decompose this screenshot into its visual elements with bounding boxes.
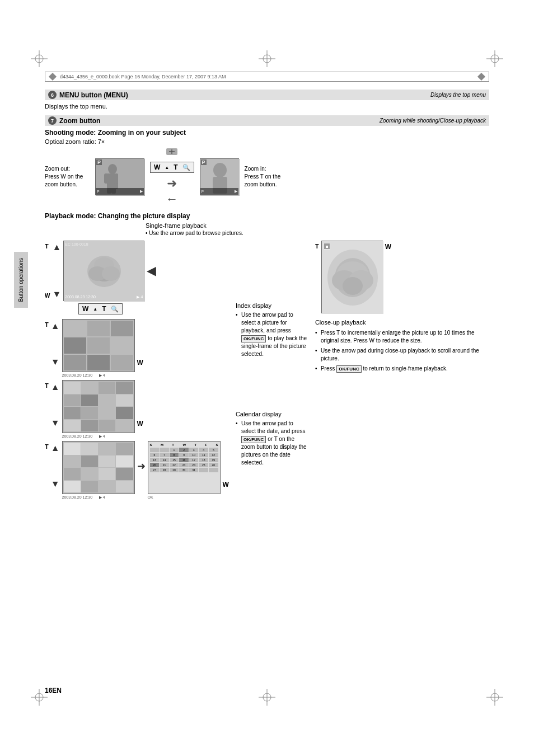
zoom-diagram: Zoom out:Press W on the zoom button. [45,148,489,205]
calendar-image: SMTWTFS 12345 6789101112 13141516171819 … [148,441,221,494]
menu-section: 6 MENU button (MENU) Displays the top me… [45,90,489,110]
main-rose-image: EC 100-0018 2003.08.23 12:30 ▶ 4 [63,241,144,301]
menu-title: MENU button (MENU) [59,91,128,99]
single-frame-label: Single-frame playback [146,222,489,229]
playback-title: Playback mode: Changing the picture disp… [45,212,489,220]
page-number: 16EN [45,687,62,694]
ok-func-button-2: OK/FUNC [241,436,266,443]
index-many-image [62,441,135,494]
zoom-arrows: ➜ ← [166,177,178,205]
zoom-wt-bar[interactable]: W ▲ T 🔍 [150,162,194,173]
zoom-in-caption: Zoom in:Press T on the zoom button. [245,165,289,189]
playback-zoom-bar: W ▲ T 🔍 [78,303,123,314]
playback-diagram: T W ▲ ▼ [45,241,489,500]
menu-subtitle: Displays the top menu [430,92,486,98]
ok-func-button-3: OK/FUNC [336,365,361,373]
playback-section: Playback mode: Changing the picture disp… [45,212,489,500]
calendar-description: Calendar display Use the arrow pad to se… [236,411,308,469]
zoom-t-label: T [174,163,177,171]
zoom-tele-photo: P▶ P [200,158,239,195]
svg-point-19 [108,164,117,174]
zoom-number: 7 [48,116,57,125]
main-content: 6 MENU button (MENU) Displays the top me… [45,90,489,683]
t-label-1: T [45,243,50,250]
calendar-bullets: Use the arrow pad to select the date, an… [236,420,308,467]
index-bullets: Use the arrow pad to select a picture fo… [236,311,308,358]
arrows-1: ▲ ▼ [52,241,61,301]
ok-func-button-1: OK/FUNC [241,335,266,342]
side-tab: Button operations [14,252,28,308]
middle-descriptions: Index display Use the arrow pad to selec… [236,241,308,469]
calendar-bullet-1: Use the arrow pad to select the date, an… [236,420,308,467]
index-bullet-1: Use the arrow pad to select a picture fo… [236,311,308,358]
menu-number: 6 [48,91,57,99]
index-display-label: Index display [236,302,308,309]
single-frame-row: T W ▲ ▼ [45,241,156,301]
zoom-wide-photo: P▶ P [95,158,144,195]
menu-description: Displays the top menu. [45,103,489,110]
closeup-col: T [315,241,489,375]
wide-image: P▶ [95,158,144,195]
menu-header: 6 MENU button (MENU) Displays the top me… [45,90,489,100]
use-arrow-pad: • Use the arrow pad to browse pictures. [146,230,489,236]
optical-zoom-ratio: Optical zoom ratio: 7× [45,138,489,145]
svg-rect-22 [114,173,118,184]
svg-point-45 [343,277,363,295]
closeup-label: Close-up playback [315,319,489,326]
index-row-2: T ▲ ▼ [45,380,143,439]
shooting-mode-title: Shooting mode: Zooming in on your subjec… [45,129,489,137]
index-row-1: T ▲ ▼ [45,319,143,378]
zoom-out-caption: Zoom out:Press W on the zoom button. [45,165,90,189]
closeup-bullet-1: Press T to incrementally enlarge the pic… [315,329,489,345]
zoom-w-label: W [154,163,160,171]
index-4x4-image [62,380,135,433]
index-3x3-image [62,319,135,372]
header-diamond-right [477,73,485,81]
left-diagram-col: T W ▲ ▼ [45,241,229,500]
closeup-rose-image [321,241,383,313]
zoom-header: 7 Zoom button Zooming while shooting/Clo… [45,115,489,126]
header-text: d4344_4356_e_0000.book Page 16 Monday, D… [60,74,226,79]
page-header: d4344_4356_e_0000.book Page 16 Monday, D… [45,72,489,82]
playback-wt-bar[interactable]: W ▲ T 🔍 [78,303,123,314]
tw-labels-1: T W [45,241,50,301]
calendar-display-label: Calendar display [236,411,308,417]
header-diamond [49,73,57,81]
closeup-bullets: Press T to incrementally enlarge the pic… [315,329,489,375]
zoom-section: 7 Zoom button Zooming while shooting/Clo… [45,115,489,205]
closeup-bullet-3: Press OK/FUNC to return to single-frame … [315,365,489,373]
svg-rect-21 [104,173,109,184]
zoom-subtitle: Zooming while shooting/Close-up playback [380,118,486,124]
closeup-image-area: T [315,241,489,313]
calendar-grid: 12345 6789101112 13141516171819 20212223… [150,448,218,472]
zoom-control-center: W ▲ T 🔍 ➜ ← [150,148,194,205]
calendar-row: T ▲ ▼ [45,441,229,500]
index-description: Index display Use the arrow pad to selec… [236,302,308,360]
closeup-bullet-2: Use the arrow pad during close-up playba… [315,347,489,363]
svg-point-29 [213,163,227,177]
svg-point-37 [102,266,120,281]
zoom-title: Zoom button [59,117,100,125]
right-arrow-to-closeup: ◀ [147,241,156,301]
image-bottom: 2003.08.23 12:30 ▶ 4 [65,295,143,299]
image-overlay: EC 100-0018 [65,242,143,246]
